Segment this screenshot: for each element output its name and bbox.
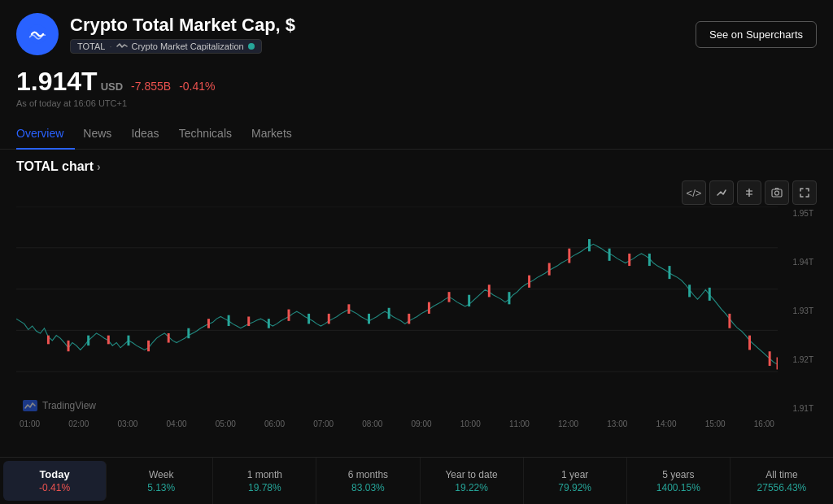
svg-rect-4 — [772, 189, 782, 197]
symbol-name: Crypto Market Capitalization — [132, 41, 244, 51]
dot-separator: · — [109, 41, 111, 51]
page-title: Crypto Total Market Cap, $ — [70, 15, 295, 36]
see-on-supercharts-button[interactable]: See on Supercharts — [696, 21, 817, 48]
tradingview-logo-icon — [23, 400, 37, 411]
period-week[interactable]: Week 5.13% — [110, 458, 213, 504]
period-5years[interactable]: 5 years 1400.15% — [627, 458, 731, 504]
compare-button[interactable] — [709, 180, 734, 205]
indicator-button[interactable] — [737, 180, 761, 205]
period-bar: Today -0.41% Week 5.13% 1 month 19.78% 6… — [0, 457, 833, 504]
tab-technicals[interactable]: Technicals — [179, 122, 243, 150]
fullscreen-button[interactable] — [792, 180, 817, 205]
tradingview-icon — [116, 42, 128, 50]
price-number: 1.914T — [16, 67, 98, 96]
tab-overview[interactable]: Overview — [16, 122, 75, 150]
period-1year[interactable]: 1 year 79.92% — [524, 458, 627, 504]
symbol-badge[interactable]: TOTAL · Crypto Market Capitalization — [70, 39, 262, 54]
header-subtitle: TOTAL · Crypto Market Capitalization — [70, 39, 295, 54]
tabs-bar: Overview News Ideas Technicals Markets — [0, 115, 833, 150]
title-block: Crypto Total Market Cap, $ TOTAL · Crypt… — [70, 15, 295, 54]
period-alltime[interactable]: All time 27556.43% — [731, 458, 833, 504]
tradingview-watermark: TradingView — [23, 400, 96, 411]
svg-point-5 — [775, 191, 779, 195]
price-change-abs: -7.855B — [131, 80, 171, 93]
period-ytd[interactable]: Year to date 19.22% — [421, 458, 524, 504]
symbol-logo — [16, 13, 59, 55]
tab-ideas[interactable]: Ideas — [131, 122, 170, 150]
tab-news[interactable]: News — [83, 122, 123, 150]
price-currency: USD — [101, 80, 123, 93]
header-left: Crypto Total Market Cap, $ TOTAL · Crypt… — [16, 13, 295, 55]
chart-container: </> 1.95T 1.94T 1.93T 1.92T 1.91T — [16, 180, 817, 432]
tab-markets[interactable]: Markets — [251, 122, 303, 150]
price-value: 1.914TUSD — [16, 67, 123, 97]
chart-title[interactable]: TOTAL chart › — [16, 159, 817, 174]
live-dot — [248, 43, 255, 50]
page-header: Crypto Total Market Cap, $ TOTAL · Crypt… — [0, 0, 833, 62]
price-row: 1.914TUSD -7.855B -0.41% — [16, 67, 817, 97]
period-1month[interactable]: 1 month 19.78% — [213, 458, 316, 504]
chart-yaxis: 1.95T 1.94T 1.93T 1.92T 1.91T — [778, 209, 817, 413]
price-change-pct: -0.41% — [179, 80, 215, 93]
price-timestamp: As of today at 16:06 UTC+1 — [16, 98, 817, 108]
price-chart-svg — [16, 206, 778, 413]
price-section: 1.914TUSD -7.855B -0.41% As of today at … — [0, 62, 833, 111]
tradingview-text: TradingView — [42, 400, 96, 411]
code-button[interactable]: </> — [682, 180, 706, 205]
chart-title-text: TOTAL chart — [16, 159, 94, 173]
candle-overlay — [48, 239, 778, 369]
camera-button[interactable] — [765, 180, 789, 205]
symbol-label: TOTAL — [77, 41, 105, 51]
chart-section: TOTAL chart › </> 1.95T 1.94T 1.93T 1.92… — [0, 150, 833, 432]
chart-xaxis: 01:00 02:00 03:00 04:00 05:00 06:00 07:0… — [16, 415, 778, 432]
chart-arrow: › — [94, 160, 101, 173]
chart-toolbar: </> — [682, 180, 817, 205]
period-today[interactable]: Today -0.41% — [3, 461, 107, 501]
period-6months[interactable]: 6 months 83.03% — [316, 458, 420, 504]
